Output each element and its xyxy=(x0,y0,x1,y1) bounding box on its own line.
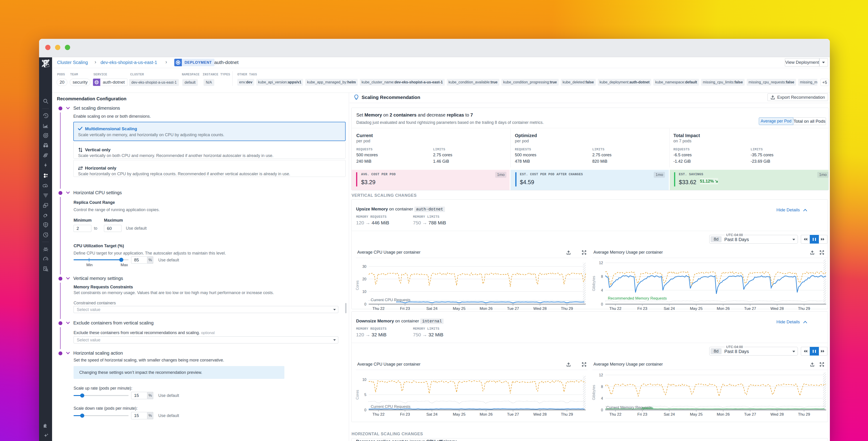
svg-text:Tue 27: Tue 27 xyxy=(507,306,519,311)
svg-text:Sat 24: Sat 24 xyxy=(663,306,675,311)
svg-text:May 25: May 25 xyxy=(690,306,703,311)
svg-text:4: 4 xyxy=(601,396,603,400)
svg-text:Mon 26: Mon 26 xyxy=(480,306,493,311)
svg-text:Tue 27: Tue 27 xyxy=(507,412,519,416)
svg-text:0: 0 xyxy=(601,302,603,306)
svg-text:4: 4 xyxy=(601,288,603,292)
svg-text:Wed 28: Wed 28 xyxy=(533,306,547,311)
svg-text:Current CPU Requests: Current CPU Requests xyxy=(371,405,410,409)
svg-text:10: 10 xyxy=(362,378,366,382)
svg-text:Thu 29: Thu 29 xyxy=(561,306,573,311)
svg-text:May 25: May 25 xyxy=(690,412,703,416)
svg-text:Wed 28: Wed 28 xyxy=(533,412,547,416)
svg-text:Fri 23: Fri 23 xyxy=(637,306,647,311)
svg-text:0: 0 xyxy=(364,302,366,306)
svg-text:5: 5 xyxy=(364,393,366,397)
svg-text:Gibibytes: Gibibytes xyxy=(592,276,596,291)
svg-text:Sat 24: Sat 24 xyxy=(663,412,675,416)
svg-text:Current CPU Requests: Current CPU Requests xyxy=(371,298,410,302)
svg-text:Thu 29: Thu 29 xyxy=(561,412,573,416)
svg-text:Thu 22: Thu 22 xyxy=(610,412,622,416)
svg-text:Sat 24: Sat 24 xyxy=(426,306,437,311)
svg-text:Mon 26: Mon 26 xyxy=(717,412,730,416)
svg-text:Cores: Cores xyxy=(356,390,359,400)
svg-text:0: 0 xyxy=(601,408,603,412)
svg-text:8: 8 xyxy=(601,275,603,278)
svg-text:30: 30 xyxy=(362,265,366,268)
svg-text:Fri 23: Fri 23 xyxy=(637,412,647,416)
svg-text:8: 8 xyxy=(601,385,603,389)
svg-text:20: 20 xyxy=(362,277,366,281)
svg-text:Thu 29: Thu 29 xyxy=(798,412,810,416)
svg-text:Wed 28: Wed 28 xyxy=(771,412,784,416)
svg-text:Mon 26: Mon 26 xyxy=(480,412,493,416)
svg-text:Wed 28: Wed 28 xyxy=(771,306,784,311)
svg-text:Gibibytes: Gibibytes xyxy=(592,385,596,400)
svg-text:12: 12 xyxy=(599,373,603,377)
svg-text:Thu 29: Thu 29 xyxy=(798,306,810,311)
svg-text:Tue 27: Tue 27 xyxy=(744,306,756,311)
svg-text:quests: quests xyxy=(642,406,653,410)
svg-text:Thu 22: Thu 22 xyxy=(373,306,385,311)
svg-text:Fri 23: Fri 23 xyxy=(400,306,410,311)
svg-text:10: 10 xyxy=(362,290,366,294)
svg-text:0: 0 xyxy=(364,408,366,412)
svg-text:Recommended Memory Requests: Recommended Memory Requests xyxy=(608,296,667,300)
svg-text:Mon 26: Mon 26 xyxy=(717,306,730,311)
svg-text:12: 12 xyxy=(599,261,603,265)
svg-text:May 25: May 25 xyxy=(453,306,466,311)
svg-text:Fri 23: Fri 23 xyxy=(400,412,410,416)
svg-text:Cores: Cores xyxy=(356,281,359,290)
svg-text:Thu 22: Thu 22 xyxy=(373,412,385,416)
svg-text:May 25: May 25 xyxy=(453,412,466,416)
svg-text:Thu 22: Thu 22 xyxy=(610,306,622,311)
svg-text:Tue 27: Tue 27 xyxy=(744,412,756,416)
svg-text:Sat 24: Sat 24 xyxy=(426,412,437,416)
